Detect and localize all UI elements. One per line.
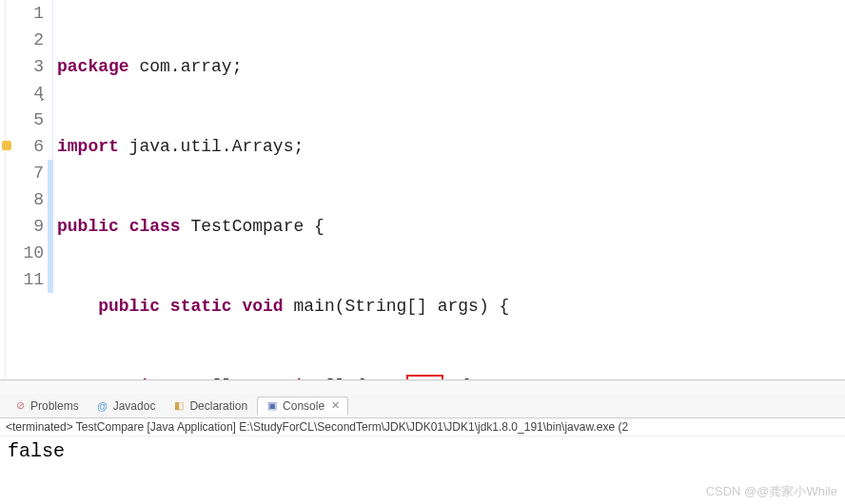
tab-problems[interactable]: ⊘ Problems	[6, 397, 87, 415]
horizontal-scrollbar[interactable]	[0, 380, 845, 394]
code-line: import java.util.Arrays;	[57, 133, 845, 160]
tab-declaration[interactable]: ◧ Declaration	[165, 397, 255, 415]
tab-label: Console	[283, 399, 324, 413]
declaration-icon: ◧	[172, 399, 186, 413]
line-number: 7	[6, 160, 44, 186]
code-editor[interactable]: 1 2 3 4 5 6 7 8 9 10 11 package com.arra…	[0, 0, 845, 380]
line-number: 3	[6, 53, 44, 80]
line-number: 10	[6, 240, 44, 266]
code-area[interactable]: package com.array; import java.util.Arra…	[53, 0, 845, 379]
close-icon[interactable]: ✕	[331, 399, 340, 412]
javadoc-icon: @	[96, 399, 109, 413]
tab-label: Declaration	[189, 399, 247, 413]
code-line: package com.array;	[57, 53, 845, 80]
tab-label: Problems	[30, 399, 79, 413]
console-run-info: <terminated> TestCompare [Java Applicati…	[0, 418, 845, 436]
line-number: 4	[6, 80, 44, 107]
highlight-box: 3,4	[406, 375, 442, 379]
line-number: 1	[6, 0, 44, 27]
line-number: 5	[6, 107, 44, 133]
code-line: public class TestCompare {	[57, 213, 845, 240]
line-number: 6	[6, 133, 44, 160]
tab-console[interactable]: ▣ Console ✕	[257, 397, 348, 416]
line-number: 11	[6, 266, 44, 293]
line-number: 9	[6, 213, 44, 240]
problems-icon: ⊘	[13, 399, 27, 413]
tab-label: Javadoc	[113, 399, 156, 413]
line-number: 8	[6, 186, 44, 213]
code-line: int a01[] =new int[] {1,2,3,4,5};	[57, 373, 845, 379]
line-number: 2	[6, 27, 44, 53]
console-icon: ▣	[265, 399, 279, 413]
bottom-tabs: ⊘ Problems @ Javadoc ◧ Declaration ▣ Con…	[0, 394, 845, 418]
console-output[interactable]: false	[0, 436, 845, 466]
watermark: CSDN @@龚家小While	[706, 483, 837, 500]
code-line: public static void main(String[] args) {	[57, 293, 845, 320]
tab-javadoc[interactable]: @ Javadoc	[88, 397, 164, 415]
line-number-gutter: 1 2 3 4 5 6 7 8 9 10 11	[6, 0, 48, 379]
